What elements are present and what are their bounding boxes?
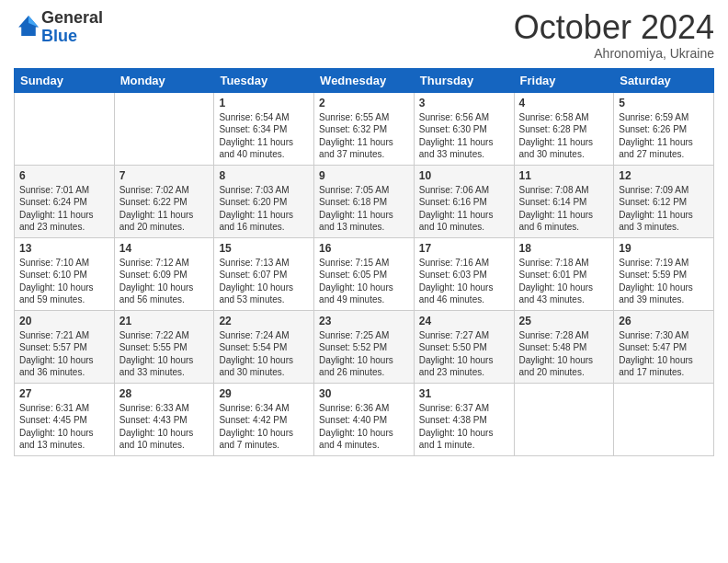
calendar-cell: 13Sunrise: 7:10 AM Sunset: 6:10 PM Dayli…: [15, 237, 115, 310]
day-info: Sunrise: 7:05 AM Sunset: 6:18 PM Dayligh…: [319, 184, 409, 234]
day-info: Sunrise: 7:21 AM Sunset: 5:57 PM Dayligh…: [19, 329, 109, 379]
day-header-monday: Monday: [114, 68, 214, 92]
day-header-tuesday: Tuesday: [214, 68, 314, 92]
day-number: 3: [419, 97, 509, 109]
day-header-friday: Friday: [514, 68, 614, 92]
day-number: 7: [119, 169, 210, 182]
day-header-thursday: Thursday: [414, 68, 514, 92]
calendar-cell: 28Sunrise: 6:33 AM Sunset: 4:43 PM Dayli…: [114, 383, 214, 455]
calendar-cell: 11Sunrise: 7:08 AM Sunset: 6:14 PM Dayli…: [514, 165, 614, 237]
day-info: Sunrise: 7:10 AM Sunset: 6:10 PM Dayligh…: [19, 257, 109, 306]
day-number: 2: [319, 97, 409, 109]
day-header-sunday: Sunday: [15, 68, 115, 92]
calendar-cell: 24Sunrise: 7:27 AM Sunset: 5:50 PM Dayli…: [414, 310, 514, 383]
day-info: Sunrise: 6:59 AM Sunset: 6:26 PM Dayligh…: [619, 111, 709, 161]
day-info: Sunrise: 6:34 AM Sunset: 4:42 PM Dayligh…: [219, 402, 309, 452]
calendar-cell: 22Sunrise: 7:24 AM Sunset: 5:54 PM Dayli…: [214, 310, 314, 383]
week-row-1: 6Sunrise: 7:01 AM Sunset: 6:24 PM Daylig…: [15, 165, 714, 237]
calendar-cell: 5Sunrise: 6:59 AM Sunset: 6:26 PM Daylig…: [614, 92, 714, 165]
calendar-cell: [614, 383, 714, 455]
calendar-cell: 25Sunrise: 7:28 AM Sunset: 5:48 PM Dayli…: [514, 310, 614, 383]
day-info: Sunrise: 7:12 AM Sunset: 6:09 PM Dayligh…: [119, 257, 210, 306]
day-number: 19: [619, 242, 709, 255]
page: General Blue October 2024 Ahronomiya, Uk…: [0, 0, 728, 563]
day-info: Sunrise: 7:13 AM Sunset: 6:07 PM Dayligh…: [219, 257, 309, 306]
day-info: Sunrise: 6:58 AM Sunset: 6:28 PM Dayligh…: [519, 111, 609, 161]
calendar-cell: 9Sunrise: 7:05 AM Sunset: 6:18 PM Daylig…: [314, 165, 415, 237]
calendar-cell: 31Sunrise: 6:37 AM Sunset: 4:38 PM Dayli…: [414, 383, 514, 455]
day-info: Sunrise: 6:33 AM Sunset: 4:43 PM Dayligh…: [119, 402, 210, 452]
day-number: 16: [319, 242, 409, 255]
calendar-cell: [514, 383, 614, 455]
day-number: 10: [419, 169, 509, 182]
day-header-wednesday: Wednesday: [314, 68, 415, 92]
logo-blue-text: Blue: [41, 27, 77, 45]
day-number: 28: [119, 387, 210, 400]
calendar-cell: 15Sunrise: 7:13 AM Sunset: 6:07 PM Dayli…: [214, 237, 314, 310]
day-info: Sunrise: 7:25 AM Sunset: 5:52 PM Dayligh…: [319, 329, 409, 379]
day-number: 4: [519, 97, 609, 109]
calendar-cell: [114, 92, 214, 165]
day-number: 20: [19, 315, 109, 327]
day-info: Sunrise: 7:08 AM Sunset: 6:14 PM Dayligh…: [519, 184, 609, 234]
calendar-cell: 1Sunrise: 6:54 AM Sunset: 6:34 PM Daylig…: [214, 92, 314, 165]
day-info: Sunrise: 6:56 AM Sunset: 6:30 PM Dayligh…: [419, 111, 509, 161]
day-number: 15: [219, 242, 309, 255]
day-number: 5: [619, 97, 709, 109]
day-info: Sunrise: 7:03 AM Sunset: 6:20 PM Dayligh…: [219, 184, 309, 234]
day-number: 12: [619, 169, 709, 182]
header: General Blue October 2024 Ahronomiya, Uk…: [14, 9, 714, 61]
title-area: October 2024 Ahronomiya, Ukraine: [514, 9, 714, 61]
calendar-cell: 2Sunrise: 6:55 AM Sunset: 6:32 PM Daylig…: [314, 92, 415, 165]
calendar-cell: 8Sunrise: 7:03 AM Sunset: 6:20 PM Daylig…: [214, 165, 314, 237]
day-info: Sunrise: 6:31 AM Sunset: 4:45 PM Dayligh…: [19, 402, 109, 452]
calendar-cell: 3Sunrise: 6:56 AM Sunset: 6:30 PM Daylig…: [414, 92, 514, 165]
day-number: 11: [519, 169, 609, 182]
day-number: 18: [519, 242, 609, 255]
day-number: 8: [219, 169, 309, 182]
calendar-cell: 14Sunrise: 7:12 AM Sunset: 6:09 PM Dayli…: [114, 237, 214, 310]
calendar-cell: 7Sunrise: 7:02 AM Sunset: 6:22 PM Daylig…: [114, 165, 214, 237]
calendar-cell: 19Sunrise: 7:19 AM Sunset: 5:59 PM Dayli…: [614, 237, 714, 310]
day-info: Sunrise: 7:19 AM Sunset: 5:59 PM Dayligh…: [619, 257, 709, 306]
week-row-2: 13Sunrise: 7:10 AM Sunset: 6:10 PM Dayli…: [15, 237, 714, 310]
day-number: 31: [419, 387, 509, 400]
header-row: SundayMondayTuesdayWednesdayThursdayFrid…: [15, 68, 714, 92]
day-info: Sunrise: 6:37 AM Sunset: 4:38 PM Dayligh…: [419, 402, 509, 452]
day-info: Sunrise: 7:06 AM Sunset: 6:16 PM Dayligh…: [419, 184, 509, 234]
calendar-cell: 20Sunrise: 7:21 AM Sunset: 5:57 PM Dayli…: [15, 310, 115, 383]
day-info: Sunrise: 7:18 AM Sunset: 6:01 PM Dayligh…: [519, 257, 609, 306]
logo-icon: [16, 13, 41, 39]
day-number: 6: [19, 169, 109, 182]
calendar-cell: 26Sunrise: 7:30 AM Sunset: 5:47 PM Dayli…: [614, 310, 714, 383]
calendar-cell: 29Sunrise: 6:34 AM Sunset: 4:42 PM Dayli…: [214, 383, 314, 455]
day-info: Sunrise: 6:55 AM Sunset: 6:32 PM Dayligh…: [319, 111, 409, 161]
day-info: Sunrise: 7:24 AM Sunset: 5:54 PM Dayligh…: [219, 329, 309, 379]
logo-general-text: General: [41, 8, 103, 27]
day-info: Sunrise: 7:01 AM Sunset: 6:24 PM Dayligh…: [19, 184, 109, 234]
day-info: Sunrise: 7:16 AM Sunset: 6:03 PM Dayligh…: [419, 257, 509, 306]
calendar-cell: 12Sunrise: 7:09 AM Sunset: 6:12 PM Dayli…: [614, 165, 714, 237]
week-row-3: 20Sunrise: 7:21 AM Sunset: 5:57 PM Dayli…: [15, 310, 714, 383]
month-title: October 2024: [514, 9, 714, 46]
day-header-saturday: Saturday: [614, 68, 714, 92]
day-number: 13: [19, 242, 109, 255]
calendar-cell: 21Sunrise: 7:22 AM Sunset: 5:55 PM Dayli…: [114, 310, 214, 383]
day-number: 1: [219, 97, 309, 109]
day-number: 24: [419, 315, 509, 327]
day-number: 22: [219, 315, 309, 327]
day-info: Sunrise: 7:09 AM Sunset: 6:12 PM Dayligh…: [619, 184, 709, 234]
calendar-cell: 16Sunrise: 7:15 AM Sunset: 6:05 PM Dayli…: [314, 237, 415, 310]
calendar-table: SundayMondayTuesdayWednesdayThursdayFrid…: [14, 68, 714, 456]
logo: General Blue: [14, 9, 103, 46]
day-number: 29: [219, 387, 309, 400]
calendar-cell: 30Sunrise: 6:36 AM Sunset: 4:40 PM Dayli…: [314, 383, 415, 455]
day-info: Sunrise: 7:28 AM Sunset: 5:48 PM Dayligh…: [519, 329, 609, 379]
day-number: 9: [319, 169, 409, 182]
logo-text: General Blue: [41, 9, 103, 46]
day-info: Sunrise: 7:15 AM Sunset: 6:05 PM Dayligh…: [319, 257, 409, 306]
day-number: 27: [19, 387, 109, 400]
day-info: Sunrise: 6:54 AM Sunset: 6:34 PM Dayligh…: [219, 111, 309, 161]
calendar-cell: [15, 92, 115, 165]
calendar-cell: 27Sunrise: 6:31 AM Sunset: 4:45 PM Dayli…: [15, 383, 115, 455]
